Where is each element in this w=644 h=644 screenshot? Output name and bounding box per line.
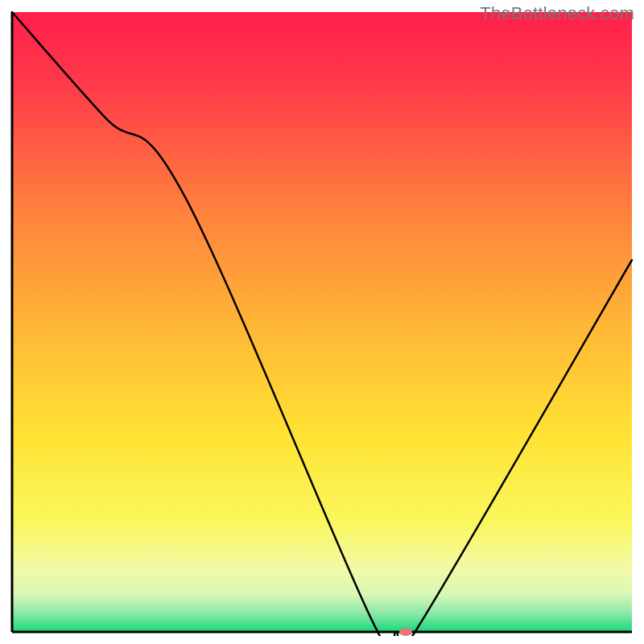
bottleneck-chart [8,8,636,636]
watermark-text: TheBottleneck.com [480,3,634,24]
chart-container [8,8,636,636]
plot-background [12,12,632,632]
optimal-marker [399,628,412,636]
